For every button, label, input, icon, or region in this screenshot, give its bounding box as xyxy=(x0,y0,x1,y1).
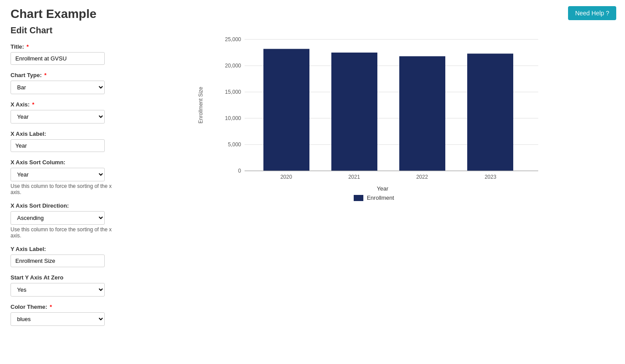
x-axis-sort-col-label: X Axis Sort Column: xyxy=(11,159,112,166)
y-axis-label-input[interactable] xyxy=(11,254,105,267)
start-y-zero-label: Start Y Axis At Zero xyxy=(11,274,112,281)
section-title: Edit Chart xyxy=(11,25,112,35)
x-axis-sort-dir-group: X Axis Sort Direction: Ascending Descend… xyxy=(11,202,112,239)
color-theme-label: Color Theme: * xyxy=(11,304,112,310)
chart-area: Enrollment Size xyxy=(192,35,556,201)
bar-2021 xyxy=(331,53,377,171)
legend-label: Enrollment xyxy=(367,194,394,201)
x-axis-label-input[interactable] xyxy=(11,139,105,152)
chart-type-select[interactable]: Bar Line Pie xyxy=(11,81,105,94)
title-input[interactable] xyxy=(11,52,105,65)
y-tick-5000: 5,000 xyxy=(228,141,241,148)
x-axis-sort-dir-label: X Axis Sort Direction: xyxy=(11,202,112,209)
x-axis-group: X Axis: * Year Month Category xyxy=(11,101,112,124)
legend-color-box xyxy=(354,195,363,201)
start-y-zero-group: Start Y Axis At Zero Yes No xyxy=(11,274,112,297)
chart-type-group: Chart Type: * Bar Line Pie xyxy=(11,72,112,94)
x-axis-sort-dir-select[interactable]: Ascending Descending xyxy=(11,211,105,225)
color-theme-select[interactable]: blues reds greens xyxy=(11,312,105,326)
sort-col-hint: Use this column to force the sorting of … xyxy=(11,183,112,195)
bar-2020 xyxy=(263,49,309,171)
x-label-2021: 2021 xyxy=(348,174,360,180)
x-label-2023: 2023 xyxy=(485,174,497,180)
y-tick-20000: 20,000 xyxy=(225,63,241,69)
title-group: Title: * xyxy=(11,43,112,65)
y-axis-label-label: Y Axis Label: xyxy=(11,246,112,252)
page-title: Chart Example xyxy=(11,7,112,21)
x-axis-label-display: Year xyxy=(210,185,556,192)
bar-2023 xyxy=(467,53,513,171)
color-theme-group: Color Theme: * blues reds greens xyxy=(11,304,112,326)
y-tick-0: 0 xyxy=(238,168,241,174)
x-axis-label-text-label: X Axis Label: xyxy=(11,131,112,137)
start-y-zero-select[interactable]: Yes No xyxy=(11,283,105,297)
required-star-type: * xyxy=(44,72,46,78)
bar-chart-container: 25,000 20,000 15,000 10,000 5,000 0 xyxy=(210,35,556,185)
need-help-button[interactable]: Need Help ? xyxy=(568,6,616,20)
y-axis-label-group: Y Axis Label: xyxy=(11,246,112,267)
left-panel: Chart Example Edit Chart Title: * Chart … xyxy=(0,0,123,364)
right-panel: Enrollment Size xyxy=(123,0,625,364)
bar-2022 xyxy=(399,56,445,171)
x-label-2022: 2022 xyxy=(416,174,428,180)
bar-chart-svg: 25,000 20,000 15,000 10,000 5,000 0 xyxy=(210,35,556,184)
x-axis-sort-col-select[interactable]: Year Month xyxy=(11,168,105,181)
chart-type-label: Chart Type: * xyxy=(11,72,112,78)
y-tick-15000: 15,000 xyxy=(225,89,241,95)
x-axis-label-group: X Axis Label: xyxy=(11,131,112,152)
x-axis-select[interactable]: Year Month Category xyxy=(11,110,105,124)
sort-dir-hint: Use this column to force the sorting of … xyxy=(11,226,112,239)
y-tick-10000: 10,000 xyxy=(225,115,241,121)
required-star: * xyxy=(26,43,28,50)
y-tick-25000: 25,000 xyxy=(225,36,241,42)
x-axis-label: X Axis: * xyxy=(11,101,112,108)
required-star-theme: * xyxy=(50,304,52,310)
legend-area: Enrollment xyxy=(192,194,556,201)
title-label: Title: * xyxy=(11,43,112,50)
y-axis-label: Enrollment Size xyxy=(198,87,204,124)
x-label-2020: 2020 xyxy=(281,174,292,180)
x-axis-sort-col-group: X Axis Sort Column: Year Month Use this … xyxy=(11,159,112,195)
required-star-xaxis: * xyxy=(32,101,34,108)
